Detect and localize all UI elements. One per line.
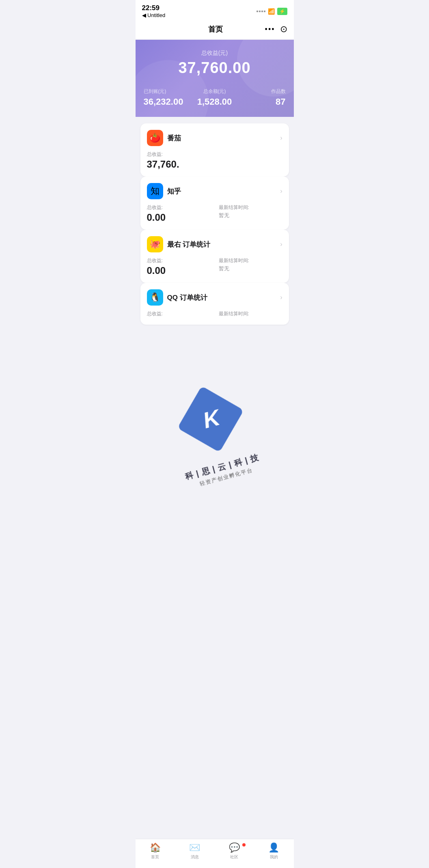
total-label: 总收益:: [147, 151, 282, 158]
scan-button[interactable]: ⊙: [280, 24, 287, 34]
arrived-stat: 已到账(元) 36,232.00: [144, 88, 191, 107]
community-label: 社区: [230, 854, 238, 860]
platform-settle-group: 最新结算时间: 暂无: [219, 257, 282, 276]
nav-home[interactable]: 🏠 首页: [136, 842, 175, 860]
watermark-diamond: K: [177, 386, 244, 452]
platform-card[interactable]: 🐧 QQ 订单统计 › 总收益: 最新结算时间:: [140, 283, 289, 325]
status-time: 22:59: [142, 4, 166, 12]
platform-stats: 总收益: 37,760.: [147, 151, 282, 170]
balance-label: 总余额(元): [191, 88, 238, 95]
platform-total-group: 总收益: 0.00: [147, 204, 211, 223]
platform-total-group: 总收益:: [147, 310, 211, 318]
total-earnings-amount: 37,760.00: [144, 59, 286, 77]
platform-name: 知乎: [167, 187, 181, 196]
message-icon: ✉️: [189, 842, 200, 853]
platform-name: 最右 订单统计: [167, 240, 211, 249]
profile-label: 我的: [270, 854, 278, 860]
nav-bar: 首页 ••• ⊙: [136, 21, 294, 40]
profile-icon: 👤: [268, 842, 279, 853]
platform-name: QQ 订单统计: [167, 293, 207, 302]
platform-stats: 总收益: 最新结算时间:: [147, 310, 282, 318]
message-label: 消息: [191, 854, 199, 860]
platform-info: 🐧 QQ 订单统计: [147, 289, 207, 306]
works-label: 作品数: [238, 88, 286, 95]
status-bar: 22:59 ◀ Untitled 📶 ⚡: [136, 0, 294, 21]
chevron-right-icon: ›: [280, 241, 282, 248]
settle-value: 暂无: [219, 212, 282, 219]
platform-header: 知 知乎 ›: [147, 183, 282, 199]
home-label: 首页: [151, 854, 159, 860]
watermark-overlay: K 科|思|云|科|技 轻资产创业孵化平台: [164, 377, 265, 491]
platform-info: 🍅 番茄: [147, 130, 181, 146]
settle-value: 暂无: [219, 265, 282, 272]
platform-header: 🍅 番茄 ›: [147, 130, 282, 146]
platform-logo: 🍅: [147, 130, 163, 146]
more-button[interactable]: •••: [265, 25, 275, 34]
watermark-tagline: 轻资产创业孵化平台: [187, 463, 265, 491]
hero-stats: 已到账(元) 36,232.00 总余额(元) 1,528.00 作品数 87: [144, 88, 286, 107]
watermark-company: 科|思|云|科|技: [184, 451, 263, 482]
works-count: 87: [238, 97, 286, 107]
platform-logo: 知: [147, 183, 163, 199]
settle-label: 最新结算时间:: [219, 204, 282, 211]
total-label: 总收益:: [147, 204, 211, 211]
platform-total-group: 总收益: 37,760.: [147, 151, 282, 170]
platform-logo: 🐙: [147, 236, 163, 252]
back-button[interactable]: ◀ Untitled: [142, 12, 166, 18]
watermark-logo: K: [173, 387, 252, 467]
total-amount: 0.00: [147, 212, 211, 223]
total-earnings-label: 总收益(元): [144, 50, 286, 57]
platform-settle-group: 最新结算时间:: [219, 310, 282, 318]
settle-label: 最新结算时间:: [219, 310, 282, 317]
chevron-right-icon: ›: [280, 134, 282, 142]
chevron-right-icon: ›: [280, 294, 282, 301]
signal-icon: [257, 11, 265, 12]
chevron-right-icon: ›: [280, 187, 282, 195]
main-content: 🍅 番茄 › 总收益: 37,760. 知 知乎 › 总收益: 0.00: [136, 117, 294, 331]
total-amount: 37,760.: [147, 159, 282, 170]
page-title: 首页: [208, 24, 223, 34]
home-icon: 🏠: [150, 842, 161, 853]
platform-settle-group: 最新结算时间: 暂无: [219, 204, 282, 223]
platform-card[interactable]: 🍅 番茄 › 总收益: 37,760.: [140, 123, 289, 177]
platform-info: 知 知乎: [147, 183, 181, 199]
arrived-amount: 36,232.00: [144, 97, 191, 107]
platform-card[interactable]: 🐙 最右 订单统计 › 总收益: 0.00 最新结算时间: 暂无: [140, 230, 289, 283]
nav-profile[interactable]: 👤 我的: [254, 842, 294, 860]
status-icons: 📶 ⚡: [257, 8, 287, 15]
platform-logo: 🐧: [147, 289, 163, 306]
platform-header: 🐙 最右 订单统计 ›: [147, 236, 282, 252]
battery-icon: ⚡: [277, 8, 287, 15]
platform-name: 番茄: [167, 134, 181, 143]
nav-message[interactable]: ✉️ 消息: [175, 842, 215, 860]
hero-card: 总收益(元) 37,760.00 已到账(元) 36,232.00 总余额(元)…: [136, 40, 294, 117]
settle-label: 最新结算时间:: [219, 257, 282, 264]
platform-card[interactable]: 知 知乎 › 总收益: 0.00 最新结算时间: 暂无: [140, 177, 289, 230]
total-label: 总收益:: [147, 310, 211, 317]
community-icon: 💬: [229, 842, 240, 853]
total-label: 总收益:: [147, 257, 211, 264]
nav-community[interactable]: 💬 社区: [215, 842, 254, 860]
bottom-nav: 🏠 首页 ✉️ 消息 💬 社区 👤 我的: [136, 839, 294, 868]
wifi-icon: 📶: [268, 8, 275, 15]
balance-amount: 1,528.00: [191, 97, 238, 107]
watermark-k-letter: K: [200, 406, 221, 432]
balance-stat: 总余额(元) 1,528.00: [191, 88, 238, 107]
community-badge: [242, 843, 246, 846]
total-amount: 0.00: [147, 265, 211, 276]
platform-total-group: 总收益: 0.00: [147, 257, 211, 276]
works-stat: 作品数 87: [238, 88, 286, 107]
arrived-label: 已到账(元): [144, 88, 191, 95]
platform-info: 🐙 最右 订单统计: [147, 236, 211, 252]
platform-stats: 总收益: 0.00 最新结算时间: 暂无: [147, 257, 282, 276]
platform-header: 🐧 QQ 订单统计 ›: [147, 289, 282, 306]
nav-actions: ••• ⊙: [265, 24, 287, 34]
platform-stats: 总收益: 0.00 最新结算时间: 暂无: [147, 204, 282, 223]
